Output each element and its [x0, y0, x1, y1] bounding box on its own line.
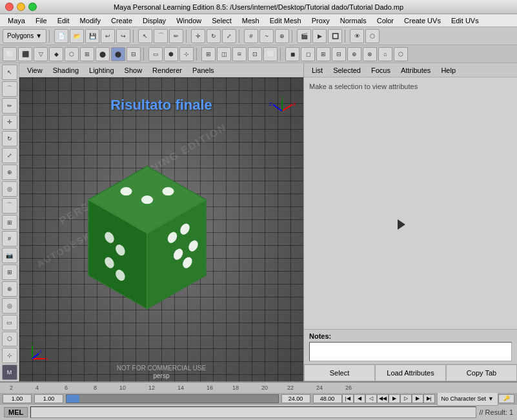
lt-unknown3[interactable]: ⊹ — [2, 348, 17, 363]
tb2-poly7[interactable]: ⌂ — [378, 47, 392, 61]
menu-modify[interactable]: Modify — [75, 15, 106, 26]
lt-manip-tool[interactable]: ⊕ — [2, 165, 17, 180]
tb2-12[interactable]: ⊹ — [179, 47, 194, 61]
mel-input[interactable] — [30, 406, 476, 418]
menu-edit-mesh[interactable]: Edit Mesh — [265, 15, 307, 26]
tb-snap-point[interactable]: ⊕ — [275, 29, 289, 43]
tb-select[interactable]: ↖ — [138, 29, 152, 43]
prev-start-btn[interactable]: |◀ — [342, 394, 354, 403]
menu-edit[interactable]: Edit — [52, 15, 75, 26]
tb2-poly8[interactable]: ⬡ — [394, 47, 408, 61]
vp-menu-shading[interactable]: Shading — [48, 65, 84, 75]
tb2-8[interactable]: ⬤ — [111, 47, 125, 61]
play-back-btn[interactable]: ◀◀ — [377, 394, 389, 403]
notes-input[interactable] — [309, 342, 512, 361]
character-set-dropdown[interactable]: No Character Set ▼ — [437, 392, 498, 406]
lt-lasso-tool[interactable]: ⌒ — [2, 81, 17, 97]
lt-unknown1[interactable]: ▭ — [2, 315, 17, 330]
tb2-mesh5[interactable]: ⬜ — [263, 47, 278, 61]
tb2-poly6[interactable]: ⊗ — [363, 47, 377, 61]
viewport-3d[interactable]: Risultato finale PERSONAL LEARNING EDITI… — [19, 77, 303, 381]
menu-edit-uvs[interactable]: Edit UVs — [446, 15, 484, 26]
lt-paint-tool[interactable]: ✏ — [2, 98, 17, 114]
tb2-poly1[interactable]: ◼ — [285, 47, 299, 61]
load-attributes-button[interactable]: Load Attributes — [375, 365, 446, 381]
lt-move-tool[interactable]: ✛ — [2, 115, 17, 130]
vp-menu-lighting[interactable]: Lighting — [84, 65, 119, 75]
menu-create[interactable]: Create — [106, 15, 137, 26]
attr-menu-help[interactable]: Help — [436, 65, 461, 75]
lt-snap[interactable]: # — [2, 231, 17, 246]
tb2-10[interactable]: ▭ — [148, 47, 163, 61]
tb-open[interactable]: 📂 — [70, 29, 84, 43]
vp-menu-view[interactable]: View — [22, 65, 48, 75]
menu-color[interactable]: Color — [372, 15, 399, 26]
minimize-button[interactable] — [17, 3, 25, 11]
lt-select-tool[interactable]: ↖ — [2, 65, 17, 80]
menu-display[interactable]: Display — [137, 15, 171, 26]
timeline-scrub[interactable] — [66, 394, 279, 403]
tb2-3[interactable]: ▽ — [34, 47, 48, 61]
tb-new[interactable]: 📄 — [54, 29, 68, 43]
attr-menu-focus[interactable]: Focus — [366, 65, 396, 75]
menu-select[interactable]: Select — [207, 15, 237, 26]
tb-isolate[interactable]: ⬡ — [365, 29, 380, 43]
key-btn[interactable]: 🔑 — [498, 394, 514, 403]
attr-menu-list[interactable]: List — [307, 65, 328, 75]
end-time-field[interactable]: 24.00 — [281, 394, 310, 403]
tb-scale[interactable]: ⤢ — [222, 29, 236, 43]
menu-maya[interactable]: Maya — [3, 15, 30, 26]
close-button[interactable] — [5, 3, 14, 11]
menu-file[interactable]: File — [30, 15, 52, 26]
viewport[interactable]: View Shading Lighting Show Renderer Pane… — [19, 63, 303, 381]
polygon-dropdown[interactable]: Polygons ▼ — [3, 29, 46, 43]
attr-menu-attributes[interactable]: Attributes — [396, 65, 436, 75]
tb2-mesh1[interactable]: ⊞ — [201, 47, 216, 61]
lt-sculpt[interactable]: ⌒ — [2, 198, 17, 214]
next-end-btn[interactable]: ▶| — [423, 394, 435, 403]
select-button[interactable]: Select — [304, 365, 375, 381]
tb2-1[interactable]: ⬜ — [3, 47, 17, 61]
tb2-poly3[interactable]: ⊞ — [316, 47, 330, 61]
menu-mesh[interactable]: Mesh — [237, 15, 265, 26]
lt-show-manip[interactable]: ⊞ — [2, 215, 17, 230]
tb-ipr-render[interactable]: ▶ — [312, 29, 327, 43]
lt-scale-tool[interactable]: ⤢ — [2, 148, 17, 163]
tb2-poly5[interactable]: ⊕ — [347, 47, 361, 61]
tb2-4[interactable]: ◆ — [49, 47, 63, 61]
tb-paint[interactable]: ✏ — [169, 29, 183, 43]
tb-render-settings[interactable]: 🎬 — [297, 29, 311, 43]
attr-menu-selected[interactable]: Selected — [328, 65, 366, 75]
end-time-field-2[interactable]: 48.00 — [313, 394, 342, 403]
tb-render[interactable]: 🔲 — [328, 29, 342, 43]
tb2-6[interactable]: ⊞ — [80, 47, 94, 61]
next-key-btn[interactable]: ▷ — [400, 394, 412, 403]
menu-proxy[interactable]: Proxy — [307, 15, 335, 26]
maximize-button[interactable] — [28, 3, 37, 11]
start-time-field[interactable]: 1.00 — [3, 394, 32, 403]
tb2-11[interactable]: ⬢ — [164, 47, 178, 61]
tb-show-hide[interactable]: 👁 — [350, 29, 364, 43]
lt-unknown2[interactable]: ⬡ — [2, 332, 17, 347]
lt-center[interactable]: ◎ — [2, 298, 17, 314]
prev-frame-btn[interactable]: ◀ — [354, 394, 365, 403]
next-frame-btn[interactable]: ▶ — [412, 394, 423, 403]
tb-undo[interactable]: ↩ — [101, 29, 115, 43]
menu-normals[interactable]: Normals — [335, 15, 372, 26]
tb2-poly2[interactable]: ◻ — [301, 47, 315, 61]
tb-snap-curve[interactable]: ~ — [259, 29, 274, 43]
tb-snap-grid[interactable]: # — [244, 29, 258, 43]
tb-move[interactable]: ✛ — [191, 29, 205, 43]
lt-rotate-tool[interactable]: ↻ — [2, 131, 17, 146]
current-time-field[interactable]: 1.00 — [34, 394, 63, 403]
tb2-mesh3[interactable]: ⧇ — [232, 47, 247, 61]
play-fwd-btn[interactable]: ▶ — [389, 394, 400, 403]
tb2-poly4[interactable]: ⊟ — [332, 47, 346, 61]
vp-menu-show[interactable]: Show — [119, 65, 148, 75]
tb-redo[interactable]: ↪ — [116, 29, 130, 43]
tb-rotate[interactable]: ↻ — [207, 29, 221, 43]
lt-unknown4[interactable]: M — [2, 365, 17, 380]
tb2-mesh4[interactable]: ⊡ — [248, 47, 262, 61]
lt-origin[interactable]: ⊕ — [2, 281, 17, 297]
tb2-mesh2[interactable]: ◫ — [217, 47, 231, 61]
